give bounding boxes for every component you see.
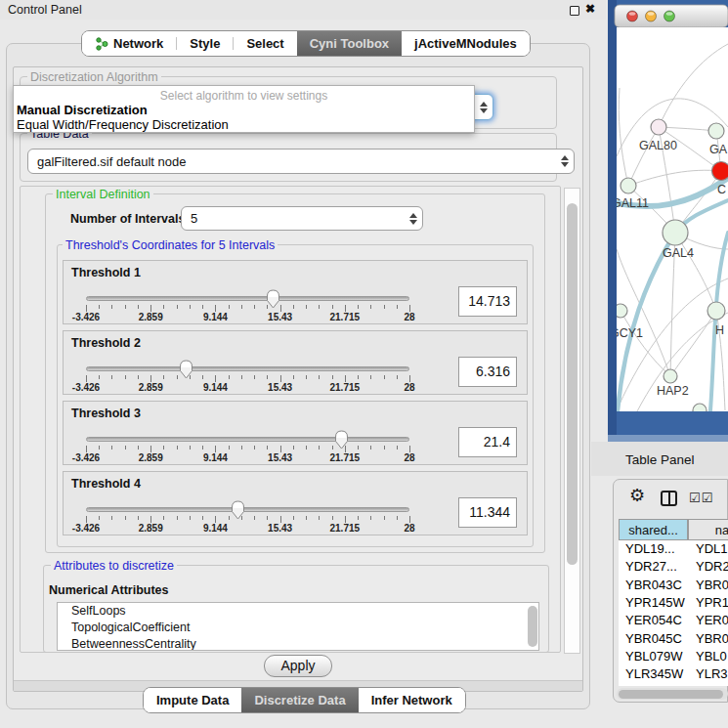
network-node-label: GAL80 — [639, 139, 677, 152]
table-cell[interactable]: YBL0 — [696, 648, 727, 665]
combo-spinner-icon[interactable] — [475, 102, 492, 113]
checkbox-icons[interactable]: ☑☑ — [689, 491, 713, 505]
slider-tick — [384, 516, 385, 520]
tab-discretize-data[interactable]: Discretize Data — [241, 688, 358, 712]
table-data-combobox[interactable]: galFiltered.sif default node — [27, 149, 575, 174]
table-cell[interactable]: YBR0 — [696, 577, 728, 594]
threshold-slider-track[interactable] — [86, 507, 409, 512]
table-cell[interactable]: YER054C — [625, 612, 682, 629]
table-cell[interactable]: YLR345W — [625, 665, 683, 683]
table-cell[interactable]: YPR1 — [696, 594, 728, 612]
table-cell[interactable]: YER0 — [696, 612, 728, 629]
threshold-slider-track[interactable] — [86, 366, 409, 371]
tab-label: Style — [190, 36, 220, 51]
slider-tick — [190, 305, 191, 309]
table-cell[interactable]: YDL19... — [625, 540, 675, 558]
table-cell[interactable]: YBL079W — [625, 648, 683, 665]
slider-tick — [332, 446, 333, 450]
attributes-list-scrollbar[interactable] — [528, 606, 537, 647]
table-cell[interactable]: YDL1 — [696, 540, 728, 558]
settings-scrollbar-thumb[interactable] — [567, 203, 578, 565]
attributes-group-title: Attributes to discretize — [51, 559, 177, 573]
table-cell[interactable]: YPR145W — [625, 594, 685, 612]
table-cell[interactable]: YBR045C — [625, 630, 682, 648]
slider-tick-label: -3.426 — [72, 452, 100, 463]
network-node[interactable] — [707, 302, 725, 320]
table-cell[interactable]: YDR2 — [696, 558, 728, 576]
slider-tick — [409, 375, 410, 382]
control-panel-tabbar: NetworkStyleSelectCyni ToolboxjActiveMNo… — [81, 30, 531, 57]
attribute-item[interactable]: TopologicalCoefficient — [58, 620, 538, 636]
threshold-value-field[interactable]: 11.344 — [458, 497, 517, 528]
combo-spinner-icon[interactable] — [556, 155, 574, 167]
network-node[interactable] — [712, 162, 728, 181]
slider-tick — [111, 446, 112, 450]
numerical-attributes-list[interactable]: SelfLoopsTopologicalCoefficientBetweenne… — [57, 602, 539, 651]
tab-impute-data[interactable]: Impute Data — [144, 688, 241, 712]
threshold-slider-thumb[interactable] — [231, 500, 245, 520]
slider-tick — [99, 375, 100, 379]
algorithm-option-equal-width-frequency-discretization[interactable]: Equal Width/Frequency Discretization — [14, 117, 474, 132]
slider-tick — [358, 516, 359, 520]
tab-select[interactable]: Select — [234, 31, 296, 56]
slider-tick-label: 21.715 — [330, 452, 361, 463]
attribute-item[interactable]: BetweennessCentrality — [58, 636, 538, 651]
float-window-icon[interactable] — [570, 6, 579, 16]
slider-tick-label: 21.715 — [330, 312, 361, 322]
apply-button[interactable]: Apply — [264, 655, 332, 677]
threshold-slider-track[interactable] — [86, 296, 409, 301]
slider-tick — [111, 375, 112, 379]
table-hscrollbar-thumb[interactable] — [619, 690, 723, 699]
slider-tick — [163, 305, 164, 309]
table-cell[interactable]: YBR0 — [696, 630, 728, 648]
algorithm-option-manual-discretization[interactable]: Manual Discretization — [14, 103, 474, 117]
network-canvas[interactable] — [617, 27, 728, 411]
threshold-value-field[interactable]: 14.713 — [458, 286, 517, 317]
slider-tick — [190, 446, 191, 450]
slider-tick-label: 9.144 — [203, 382, 228, 393]
slider-tick — [138, 375, 139, 379]
slider-tick — [397, 446, 398, 450]
network-window[interactable]: GAL80GACGAL11GAL4GCY1HHAP2 — [608, 0, 728, 442]
number-of-intervals-combobox[interactable]: 5 — [181, 206, 423, 231]
tab-cyni-toolbox[interactable]: Cyni Toolbox — [297, 31, 402, 56]
slider-tick-label: 2.859 — [139, 523, 163, 534]
combo-spinner-icon[interactable] — [405, 213, 422, 225]
table-cell[interactable]: YIL0 — [696, 683, 722, 686]
slider-tick — [397, 375, 398, 379]
split-columns-icon[interactable] — [661, 491, 677, 506]
network-node[interactable] — [708, 123, 724, 139]
gear-icon[interactable]: ⚙ — [629, 487, 645, 504]
threshold-slider-thumb[interactable] — [334, 430, 349, 450]
cyni-mode-tabbar: Impute DataDiscretize DataInfer Network — [143, 687, 466, 713]
tab-label: Select — [246, 36, 283, 51]
threshold-value-field[interactable]: 6.316 — [458, 357, 517, 387]
column-header-2[interactable]: na — [688, 519, 728, 540]
network-node[interactable] — [651, 119, 666, 135]
threshold-slider-thumb[interactable] — [179, 360, 193, 379]
threshold-slider-thumb[interactable] — [266, 289, 280, 309]
numerical-attributes-label: Numerical Attributes — [49, 583, 168, 597]
tab-style[interactable]: Style — [177, 31, 233, 56]
tab-jactivemnodules[interactable]: jActiveMNodules — [402, 31, 530, 56]
tab-network[interactable]: Network — [82, 31, 176, 56]
network-node-label: GAL11 — [612, 196, 649, 210]
threshold-slider-track[interactable] — [86, 437, 409, 442]
table-cell[interactable]: YLR3 — [696, 665, 728, 683]
slider-tick — [319, 375, 320, 379]
close-icon[interactable]: ✖ — [585, 2, 595, 16]
network-node[interactable] — [664, 369, 677, 383]
slider-tick-label: 15.43 — [268, 523, 292, 534]
network-node[interactable] — [621, 178, 636, 193]
table-cell[interactable]: YDR27... — [625, 558, 677, 576]
table-cell[interactable]: YBR043C — [625, 577, 682, 594]
tab-infer-network[interactable]: Infer Network — [359, 688, 465, 712]
number-of-intervals-value: 5 — [182, 211, 405, 226]
slider-tick — [229, 305, 230, 309]
table-cell[interactable]: YIL052C — [625, 683, 675, 686]
threshold-value-field[interactable]: 21.4 — [458, 427, 517, 457]
attribute-item[interactable]: SelfLoops — [58, 603, 538, 620]
network-node[interactable] — [663, 220, 688, 245]
node-table[interactable]: shared...naYDL19...YDL1YDR27...YDR2YBR04… — [619, 519, 728, 686]
column-header-1[interactable]: shared... — [619, 519, 688, 540]
